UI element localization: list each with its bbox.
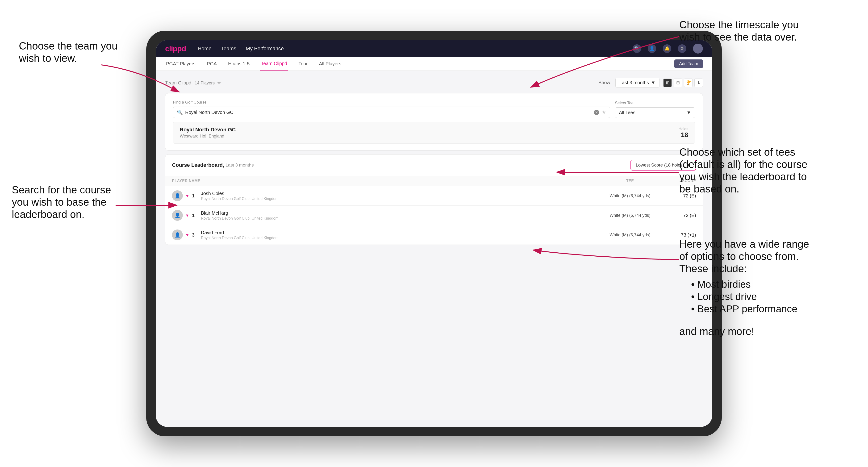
player-name: Blair McHarg (201, 210, 279, 216)
heart-icon[interactable]: ♥ (186, 213, 189, 218)
nav-icons: 🔍 👤 🔔 ⚙ (632, 44, 703, 54)
player-info: 👤 ♥ 1 Blair McHarg Royal North Devon Gol… (172, 210, 597, 221)
player-club: Royal North Devon Golf Club, United King… (201, 236, 279, 240)
player-rank: 3 (192, 232, 198, 238)
table-header: PLAYER NAME TEE SCORE (165, 176, 703, 186)
leaderboard-header: Course Leaderboard, Last 3 months Lowest… (165, 154, 703, 176)
player-info: 👤 ♥ 1 Josh Coles Royal North Devon Golf … (172, 190, 597, 201)
table-row: 👤 ♥ 3 David Ford Royal North Devon Golf … (165, 225, 703, 245)
player-score: 73 (+1) (663, 232, 696, 238)
team-header: Team Clippd 14 Players ✏ Show: Last 3 mo… (165, 78, 703, 88)
users-icon[interactable]: 👤 (648, 44, 656, 53)
col-tee: TEE (597, 179, 663, 183)
avatar: 👤 (172, 210, 183, 221)
avatar: 👤 (172, 229, 183, 240)
chevron-down-icon: ▼ (651, 80, 655, 85)
favorite-icon[interactable]: ★ (601, 109, 606, 115)
score-filter-dropdown[interactable]: Lowest Score (18 holes) ▼ (630, 160, 696, 170)
chevron-down-icon: ▼ (686, 110, 691, 115)
player-details: David Ford Royal North Devon Golf Club, … (201, 230, 279, 240)
player-info: 👤 ♥ 3 David Ford Royal North Devon Golf … (172, 229, 597, 240)
nav-link-my-performance[interactable]: My Performance (246, 45, 284, 52)
search-icon[interactable]: 🔍 (632, 44, 641, 53)
course-search-input[interactable]: Royal North Devon GC (185, 110, 592, 115)
heart-icon[interactable]: ♥ (186, 232, 189, 238)
tee-label: Select Tee (615, 101, 695, 105)
search-icon: 🔍 (177, 110, 183, 115)
nav-link-teams[interactable]: Teams (221, 45, 236, 52)
svg-text:you wish to base the: you wish to base the (12, 196, 106, 208)
holes-label: Holes (679, 127, 688, 131)
player-tee: White (M) (6,744 yds) (597, 232, 663, 238)
download-button[interactable]: ⬇ (694, 79, 703, 87)
nav-bar: clippd Home Teams My Performance 🔍 👤 🔔 ⚙ (156, 40, 712, 57)
search-row: Find a Golf Course 🔍 Royal North Devon G… (173, 100, 695, 118)
holes-number: 18 (679, 131, 688, 139)
player-score: 72 (E) (663, 193, 696, 198)
col-score: SCORE (663, 179, 696, 183)
course-name: Royal North Devon GC (180, 127, 236, 133)
content-area: Team Clippd 14 Players ✏ Show: Last 3 mo… (156, 71, 712, 252)
tee-dropdown[interactable]: All Tees ▼ (615, 107, 695, 118)
course-result: Royal North Devon GC Westward Ho!, Engla… (173, 122, 695, 144)
show-controls: Show: Last 3 months ▼ ⊞ ⊟ 🏆 ⬇ (598, 78, 703, 88)
svg-text:Choose the timescale you: Choose the timescale you (679, 19, 799, 30)
timescale-dropdown[interactable]: Last 3 months ▼ (615, 78, 659, 88)
avatar[interactable] (693, 44, 703, 54)
tee-select: Select Tee All Tees ▼ (615, 101, 695, 118)
sub-nav-hcaps[interactable]: Hcaps 1-5 (227, 57, 250, 70)
player-name: David Ford (201, 230, 279, 236)
edit-icon[interactable]: ✏ (217, 80, 221, 86)
view-icons: ⊞ ⊟ 🏆 ⬇ (663, 79, 703, 87)
player-rank: 1 (192, 213, 198, 218)
course-location: Westward Ho!, England (180, 134, 236, 139)
sub-nav: PGAT Players PGA Hcaps 1-5 Team Clippd T… (156, 57, 712, 71)
search-input-row[interactable]: 🔍 Royal North Devon GC ✕ ★ (173, 106, 610, 118)
chevron-down-icon: ▼ (686, 162, 691, 168)
player-name: Josh Coles (201, 191, 279, 196)
team-title: Team Clippd 14 Players (165, 80, 215, 86)
list-view-button[interactable]: ⊞ (663, 79, 672, 87)
player-tee: White (M) (6,744 yds) (597, 193, 663, 198)
svg-text:leaderboard on.: leaderboard on. (12, 209, 85, 220)
sub-nav-pga[interactable]: PGA (206, 57, 218, 70)
player-club: Royal North Devon Golf Club, United King… (201, 197, 279, 201)
course-info: Royal North Devon GC Westward Ho!, Engla… (180, 127, 236, 139)
clear-button[interactable]: ✕ (594, 110, 599, 115)
search-box: Find a Golf Course 🔍 Royal North Devon G… (165, 93, 703, 151)
bell-icon[interactable]: 🔔 (663, 44, 671, 53)
player-tee: White (M) (6,744 yds) (597, 213, 663, 218)
player-details: Josh Coles Royal North Devon Golf Club, … (201, 191, 279, 201)
nav-logo: clippd (165, 44, 186, 53)
leaderboard-title: Course Leaderboard, (172, 162, 224, 168)
avatar: 👤 (172, 190, 183, 201)
heart-icon[interactable]: ♥ (186, 193, 189, 198)
settings-icon[interactable]: ⚙ (678, 44, 686, 53)
nav-link-home[interactable]: Home (198, 45, 212, 52)
tablet-frame: clippd Home Teams My Performance 🔍 👤 🔔 ⚙… (146, 31, 722, 436)
holes-badge: Holes 18 (679, 127, 688, 139)
table-row: 👤 ♥ 1 Blair McHarg Royal North Devon Gol… (165, 206, 703, 225)
player-details: Blair McHarg Royal North Devon Golf Club… (201, 210, 279, 220)
col-player: PLAYER NAME (172, 179, 597, 183)
table-row: 👤 ♥ 1 Josh Coles Royal North Devon Golf … (165, 186, 703, 206)
svg-text:Choose the team you: Choose the team you (19, 40, 118, 52)
sub-nav-pgat[interactable]: PGAT Players (165, 57, 196, 70)
player-score: 72 (E) (663, 213, 696, 218)
player-club: Royal North Devon Golf Club, United King… (201, 216, 279, 220)
leaderboard-section: Course Leaderboard, Last 3 months Lowest… (165, 154, 703, 245)
sub-nav-all-players[interactable]: All Players (318, 57, 342, 70)
find-label: Find a Golf Course (173, 100, 610, 105)
course-search-field: Find a Golf Course 🔍 Royal North Devon G… (173, 100, 610, 118)
player-rank: 1 (192, 193, 198, 198)
trophy-view-button[interactable]: 🏆 (684, 79, 692, 87)
add-team-button[interactable]: Add Team (674, 59, 703, 68)
sub-nav-team-clippd[interactable]: Team Clippd (260, 57, 288, 70)
svg-text:wish to view.: wish to view. (19, 52, 77, 64)
tablet-screen: clippd Home Teams My Performance 🔍 👤 🔔 ⚙… (156, 40, 712, 427)
nav-links: Home Teams My Performance (198, 45, 621, 52)
grid-view-button[interactable]: ⊟ (674, 79, 682, 87)
svg-text:Search for the course: Search for the course (12, 184, 111, 195)
sub-nav-tour[interactable]: Tour (298, 57, 309, 70)
leaderboard-subtitle: Last 3 months (225, 162, 253, 168)
